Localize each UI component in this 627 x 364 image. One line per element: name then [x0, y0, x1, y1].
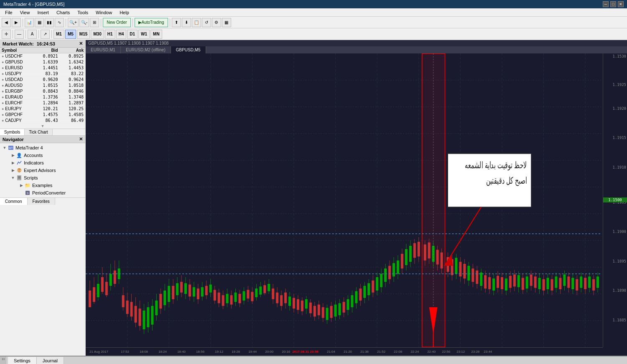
chart-info-header: GBPUSD,M5 1.1907 1.1908 1.1907 1.1908 — [86, 40, 627, 46]
svg-rect-64 — [151, 306, 153, 325]
svg-rect-148 — [326, 308, 329, 320]
remove-indicator-button[interactable]: ⬇ — [182, 18, 191, 27]
nav-item-mt4[interactable]: ▼ MT MetaTrader 4 — [0, 144, 85, 152]
svg-rect-264 — [567, 276, 570, 288]
period-m15[interactable]: M15 — [77, 30, 90, 39]
sep-period4 — [51, 30, 52, 38]
svg-rect-198 — [428, 243, 431, 258]
svg-rect-54 — [130, 302, 133, 316]
svg-text:EA: EA — [17, 169, 21, 172]
chart-candle-button[interactable]: ▮▮ — [45, 18, 54, 27]
market-watch-row[interactable]: ● EURUSD 1.4451 1.4453 — [0, 65, 85, 71]
chart-tab-gbpusd-m5[interactable]: GBPUSD,M5 — [171, 46, 206, 53]
period-m5[interactable]: M5 — [65, 30, 76, 39]
expand-icon: ▼ — [2, 146, 8, 150]
svg-rect-238 — [513, 275, 516, 287]
scroll-indicator: ▼ — [0, 124, 85, 129]
grid-button[interactable]: ⊞ — [90, 18, 99, 27]
menu-file[interactable]: File — [2, 9, 16, 16]
zoom-in-button[interactable]: 🔍+ — [68, 18, 79, 27]
close-button[interactable]: ✕ — [618, 1, 624, 7]
tab-favorites[interactable]: Favorites — [28, 198, 55, 205]
svg-rect-56 — [135, 306, 137, 323]
time-label-10: 20:00 — [265, 350, 273, 354]
menu-insert[interactable]: Insert — [34, 9, 52, 16]
new-chart-button[interactable]: 📊 — [25, 18, 34, 27]
time-label-22: 23:44 — [484, 350, 492, 354]
arrow-tool[interactable]: ↗ — [41, 30, 50, 39]
options-button[interactable]: ⚙ — [212, 18, 221, 27]
market-watch-close[interactable]: ✕ — [79, 41, 83, 46]
period-m1[interactable]: M1 — [54, 30, 64, 39]
new-order-button[interactable]: New Order — [103, 18, 130, 27]
period-d1[interactable]: D1 — [127, 30, 138, 39]
period-mn[interactable]: MN — [150, 30, 162, 39]
maximize-button[interactable]: □ — [610, 1, 616, 7]
market-watch-row[interactable]: ● EURCHF 1.2894 1.2897 — [0, 100, 85, 106]
tab-tick-chart[interactable]: Tick Chart — [25, 129, 52, 135]
svg-rect-70 — [163, 291, 166, 305]
zoom-out-button[interactable]: 🔍- — [79, 18, 89, 27]
tester-tab-settings[interactable]: Settings — [8, 357, 37, 364]
market-watch-row[interactable]: ● EURGBP 0.8843 0.8846 — [0, 88, 85, 94]
resize-handle[interactable]: ⠿ — [0, 356, 6, 364]
tab-common[interactable]: Common — [0, 198, 28, 205]
symbol-cell: ● EURCHF — [0, 100, 34, 106]
navigator-close[interactable]: ✕ — [79, 136, 83, 142]
chart-tab-eurusd-m2[interactable]: EURUSD,M2 (offline) — [121, 46, 171, 53]
refresh-button[interactable]: ↺ — [202, 18, 211, 27]
more-button[interactable]: ▦ — [222, 18, 231, 27]
menu-help[interactable]: Help — [116, 9, 133, 16]
forward-button[interactable]: ▶ — [12, 18, 21, 27]
tab-symbols[interactable]: Symbols — [0, 129, 25, 135]
ask-cell: 86.49 — [60, 118, 85, 124]
text-tool[interactable]: A — [28, 30, 37, 39]
menu-window[interactable]: Window — [92, 9, 115, 16]
indicator-button[interactable]: ⬆ — [172, 18, 181, 27]
market-watch-row[interactable]: ● AUDUSD 1.0515 1.0518 — [0, 83, 85, 88]
market-watch-row[interactable]: ● CADJPY 86.43 86.49 — [0, 118, 85, 124]
svg-rect-112 — [251, 292, 253, 301]
menu-view[interactable]: View — [17, 9, 33, 16]
minimize-button[interactable]: ─ — [603, 1, 609, 7]
market-watch-row[interactable]: ● EURAUD 1.3736 1.3748 — [0, 94, 85, 100]
market-watch-row[interactable]: ● USDCHF 0.8921 0.8925 — [0, 53, 85, 59]
back-button[interactable]: ◀ — [2, 18, 11, 27]
tester-content-area: Settings Journal — [6, 356, 627, 364]
market-watch-row[interactable]: ● GBPUSD 1.6339 1.6342 — [0, 59, 85, 65]
market-watch-row[interactable]: ● USDJPY 83.19 83.22 — [0, 71, 85, 77]
nav-item-period-converter[interactable]: S PeriodConverter — [17, 189, 85, 197]
autotrading-button[interactable]: ▶ AutoTrading — [135, 18, 168, 27]
line-tool[interactable]: — — [15, 30, 24, 39]
nav-item-expert-advisors[interactable]: ▶ EA Expert Advisors — [8, 167, 85, 174]
chart-bar-button[interactable]: ▦ — [35, 18, 44, 27]
period-w1[interactable]: W1 — [138, 30, 150, 39]
period-h1[interactable]: H1 — [105, 30, 115, 39]
period-h4[interactable]: H4 — [116, 30, 127, 39]
template-button[interactable]: 📋 — [192, 18, 201, 27]
nav-item-indicators[interactable]: ▶ Indicators — [8, 159, 85, 167]
svg-rect-268 — [576, 279, 578, 291]
market-watch-row[interactable]: ● GBPCHF 1.4575 1.4585 — [0, 112, 85, 118]
chart-area: GBPUSD,M5 1.1907 1.1908 1.1907 1.1908 EU… — [86, 40, 627, 356]
crosshair-tool[interactable]: ✛ — [2, 30, 11, 39]
chart-line-button[interactable]: ∿ — [55, 18, 64, 27]
svg-rect-136 — [301, 301, 303, 311]
market-watch-panel: Market Watch: 16:24:53 ✕ Symbol Bid Ask … — [0, 40, 85, 136]
menu-tools[interactable]: Tools — [74, 9, 92, 16]
symbol-cell: ● GBPCHF — [0, 112, 34, 118]
svg-rect-76 — [176, 283, 178, 295]
period-m30[interactable]: M30 — [91, 30, 104, 39]
menu-charts[interactable]: Charts — [53, 9, 73, 16]
chart-tab-eurusd-m1[interactable]: EURUSD,M1 — [86, 46, 121, 53]
nav-item-examples[interactable]: ▶ 📁 Examples — [17, 182, 85, 189]
nav-item-scripts[interactable]: ▼ Scripts — [8, 174, 85, 182]
nav-item-accounts[interactable]: ▶ 👤 Accounts — [8, 152, 85, 159]
svg-rect-140 — [309, 303, 312, 313]
market-watch-row[interactable]: ● EURJPY 120.21 120.25 — [0, 106, 85, 112]
tester-tab-journal[interactable]: Journal — [37, 357, 64, 364]
strategy-tester-panel: ⠿ Settings Journal 2 MA Crosses Mega fil… — [0, 356, 627, 364]
chart-canvas[interactable]: لاحظ توقيت بداية الشمعه اصبح كل دقيقتين … — [86, 53, 627, 356]
tester-tabs-row: Settings Journal — [6, 356, 627, 364]
market-watch-row[interactable]: ● USDCAD 0.9620 0.9624 — [0, 77, 85, 83]
